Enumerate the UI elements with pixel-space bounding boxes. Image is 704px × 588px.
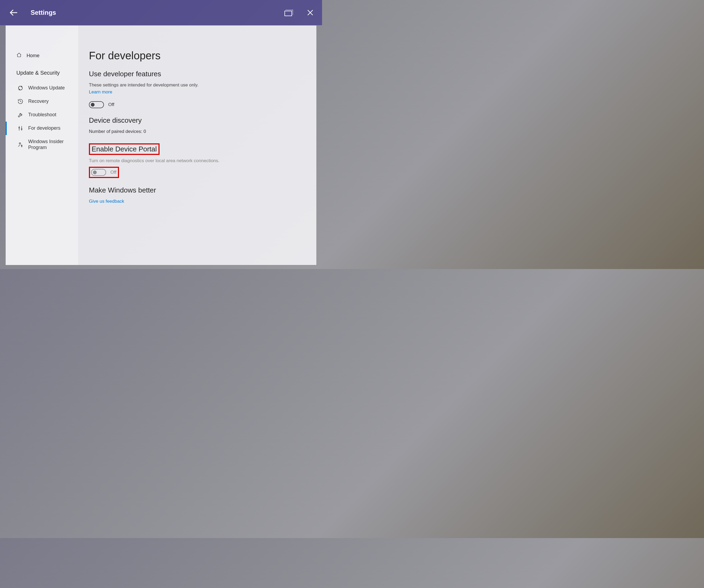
sidebar-item-recovery[interactable]: Recovery <box>6 95 78 108</box>
sidebar-category: Update & Security <box>6 62 78 81</box>
wrench-icon <box>17 112 23 118</box>
toggle-knob <box>93 171 97 174</box>
section-developer-features-title: Use developer features <box>89 70 306 78</box>
section-enable-device-portal-title: Enable Device Portal <box>92 145 157 153</box>
page-title: For developers <box>89 50 306 62</box>
sidebar-item-label: Recovery <box>28 99 49 105</box>
app-title: Settings <box>31 9 56 16</box>
sliders-icon <box>17 125 23 131</box>
give-feedback-link[interactable]: Give us feedback <box>89 199 124 204</box>
paired-devices-count: Number of paired devices: 0 <box>89 129 306 134</box>
svg-point-9 <box>21 129 22 130</box>
refresh-icon <box>17 85 23 91</box>
settings-window: Home Update & Security Windows Update <box>5 25 317 265</box>
sidebar-home-label: Home <box>26 53 40 59</box>
sidebar-item-for-developers[interactable]: For developers <box>6 122 78 135</box>
sidebar-home[interactable]: Home <box>6 50 78 62</box>
toggle-knob <box>91 103 95 107</box>
person-key-icon <box>17 142 23 148</box>
section-make-windows-better-title: Make Windows better <box>89 186 306 194</box>
svg-point-11 <box>21 145 22 146</box>
svg-rect-1 <box>285 11 292 16</box>
history-icon <box>17 99 23 105</box>
highlight-device-portal-toggle: Off <box>89 167 119 178</box>
highlight-enable-device-portal: Enable Device Portal <box>89 143 160 155</box>
sidebar-item-windows-update[interactable]: Windows Update <box>6 81 78 95</box>
close-icon[interactable] <box>306 9 314 16</box>
titlebar: Settings <box>0 0 322 25</box>
device-portal-toggle-state: Off <box>110 170 116 175</box>
section-enable-device-portal-desc: Turn on remote diagnostics over local ar… <box>89 158 306 164</box>
developer-features-toggle-state: Off <box>108 102 114 108</box>
svg-point-7 <box>19 127 20 128</box>
sidebar-item-label: Troubleshoot <box>28 112 56 118</box>
section-device-discovery-title: Device discovery <box>89 116 306 125</box>
sidebar: Home Update & Security Windows Update <box>6 25 78 265</box>
svg-point-10 <box>19 143 21 144</box>
device-portal-toggle[interactable] <box>91 169 106 176</box>
developer-features-toggle[interactable] <box>89 101 104 108</box>
content-pane: For developers Use developer features Th… <box>78 25 316 265</box>
learn-more-link[interactable]: Learn more <box>89 89 112 95</box>
home-icon <box>16 52 22 59</box>
sidebar-item-troubleshoot[interactable]: Troubleshoot <box>6 108 78 122</box>
sidebar-item-label: Windows Update <box>28 85 65 91</box>
sidebar-item-insider-program[interactable]: Windows Insider Program <box>6 135 78 154</box>
sidebar-item-label: For developers <box>28 125 60 131</box>
back-button[interactable] <box>8 7 20 18</box>
section-developer-features-desc: These settings are intended for developm… <box>89 82 306 88</box>
minimize-icon[interactable] <box>284 9 293 17</box>
sidebar-item-label: Windows Insider Program <box>28 139 73 150</box>
